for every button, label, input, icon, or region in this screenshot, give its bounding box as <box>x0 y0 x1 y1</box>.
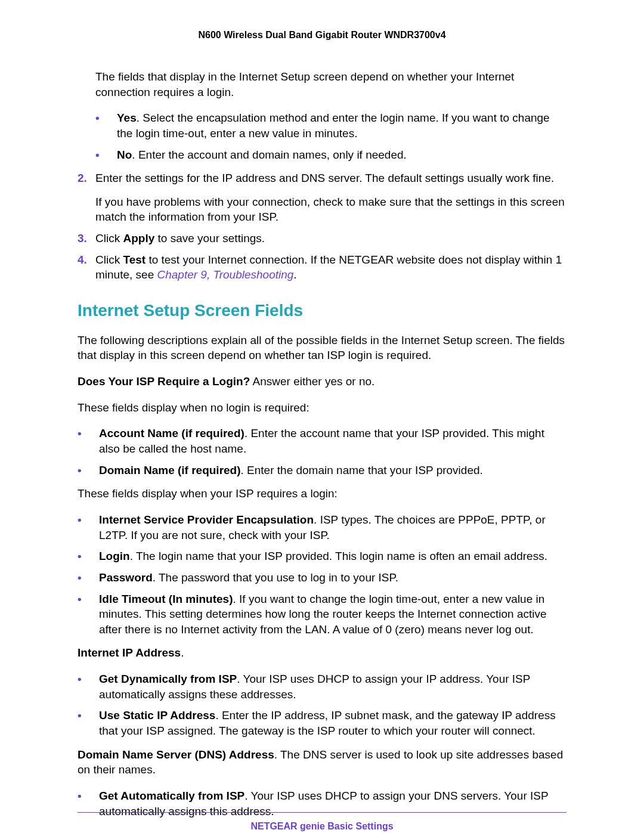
list-item-text: Password. The password that you use to l… <box>99 570 566 586</box>
step-3-post: to save your settings. <box>154 232 265 244</box>
list-item: • Internet Service Provider Encapsulatio… <box>78 512 566 543</box>
footer-title: NETGEAR genie Basic Settings <box>78 821 566 832</box>
bullet-icon: • <box>78 549 99 564</box>
list-item: • Use Static IP Address. Enter the IP ad… <box>78 708 566 738</box>
list-item: • Account Name (if required). Enter the … <box>78 426 566 456</box>
list-item-text: Account Name (if required). Enter the ac… <box>99 426 566 456</box>
password-bold: Password <box>99 571 153 584</box>
bullet-icon: • <box>78 463 99 478</box>
static-bold: Use Static IP Address <box>99 709 215 721</box>
list-item-text: Use Static IP Address. Enter the IP addr… <box>99 708 566 738</box>
account-name-bold: Account Name (if required) <box>99 427 244 439</box>
yes-label: Yes <box>117 112 137 124</box>
step-2-sub: If you have problems with your connectio… <box>95 194 566 225</box>
bullet-icon: • <box>78 426 99 456</box>
no-label: No <box>117 148 132 161</box>
body: The fields that display in the Internet … <box>78 69 566 819</box>
dns-auto-bold: Get Automatically from ISP <box>99 789 244 802</box>
isp-login-text: Answer either yes or no. <box>250 375 374 388</box>
password-text: . The password that you use to log in to… <box>153 571 398 584</box>
ip-heading: Internet IP Address. <box>78 645 566 661</box>
ip-heading-bold: Internet IP Address <box>78 646 181 659</box>
login-intro: These fields display when your ISP requi… <box>78 486 566 501</box>
ip-list: • Get Dynamically from ISP. Your ISP use… <box>78 671 566 739</box>
bullet-icon: • <box>95 110 117 141</box>
no-text: . Enter the account and domain names, on… <box>132 148 407 161</box>
bullet-icon: • <box>78 788 99 819</box>
list-item-text: Domain Name (if required). Enter the dom… <box>99 463 566 478</box>
document-page: N600 Wireless Dual Band Gigabit Router W… <box>0 0 644 833</box>
list-item: • Get Dynamically from ISP. Your ISP use… <box>78 671 566 702</box>
step-3-pre: Click <box>95 232 123 244</box>
bullet-icon: • <box>95 147 117 163</box>
bullet-icon: • <box>78 708 99 738</box>
section-intro: The following descriptions explain all o… <box>78 333 566 363</box>
list-item: • No. Enter the account and domain names… <box>95 147 566 163</box>
step-2: 2. Enter the settings for the IP address… <box>78 171 566 225</box>
step-number: 3. <box>78 231 95 246</box>
step-number: 2. <box>78 171 95 225</box>
list-item-text: Internet Service Provider Encapsulation.… <box>99 512 566 543</box>
page-header: N600 Wireless Dual Band Gigabit Router W… <box>78 30 566 41</box>
no-login-intro: These fields display when no login is re… <box>78 400 566 416</box>
bullet-icon: • <box>78 512 99 543</box>
bullet-icon: • <box>78 570 99 586</box>
section-heading: Internet Setup Screen Fields <box>78 299 566 322</box>
dns-list: • Get Automatically from ISP. Your ISP u… <box>78 788 566 819</box>
page-footer: NETGEAR genie Basic Settings 23 <box>78 821 566 833</box>
list-item-text: Login. The login name that your ISP prov… <box>99 549 566 564</box>
step-3: 3. Click Apply to save your settings. <box>78 231 566 246</box>
step-number: 4. <box>78 252 95 283</box>
domain-name-bold: Domain Name (if required) <box>99 464 241 476</box>
yes-text: . Select the encapsulation method and en… <box>117 112 550 140</box>
bullet-icon: • <box>78 671 99 702</box>
list-item-text: Idle Timeout (In minutes). If you want t… <box>99 592 566 637</box>
step-body: Click Apply to save your settings. <box>95 231 566 246</box>
domain-name-text: . Enter the domain name that your ISP pr… <box>241 464 483 476</box>
idle-bold: Idle Timeout (In minutes) <box>99 593 233 605</box>
bullet-icon: • <box>78 592 99 637</box>
list-item: • Yes. Select the encapsulation method a… <box>95 110 566 141</box>
step-3-bold: Apply <box>123 232 154 244</box>
step-4-post: . <box>293 268 296 281</box>
login-bold: Login <box>99 550 130 562</box>
list-item-text: Yes. Select the encapsulation method and… <box>117 110 566 141</box>
no-login-list: • Account Name (if required). Enter the … <box>78 426 566 478</box>
dns-heading-bold: Domain Name Server (DNS) Address <box>78 748 274 761</box>
troubleshooting-link[interactable]: Chapter 9, Troubleshooting <box>157 268 294 281</box>
ip-heading-post: . <box>181 646 184 659</box>
list-item-text: No. Enter the account and domain names, … <box>117 147 566 163</box>
intro-paragraph: The fields that display in the Internet … <box>95 69 566 100</box>
isp-login-bold: Does Your ISP Require a Login? <box>78 375 250 388</box>
dyn-bold: Get Dynamically from ISP <box>99 673 237 685</box>
step-body: Enter the settings for the IP address an… <box>95 171 566 225</box>
yes-no-list: • Yes. Select the encapsulation method a… <box>95 110 566 162</box>
dns-heading: Domain Name Server (DNS) Address. The DN… <box>78 747 566 778</box>
list-item-text: Get Dynamically from ISP. Your ISP uses … <box>99 671 566 702</box>
isp-login-question: Does Your ISP Require a Login? Answer ei… <box>78 374 566 389</box>
step-4: 4. Click Test to test your Internet conn… <box>78 252 566 283</box>
list-item-text: Get Automatically from ISP. Your ISP use… <box>99 788 566 819</box>
list-item: • Login. The login name that your ISP pr… <box>78 549 566 564</box>
step-4-bold: Test <box>123 253 145 266</box>
list-item: • Idle Timeout (In minutes). If you want… <box>78 592 566 637</box>
login-list: • Internet Service Provider Encapsulatio… <box>78 512 566 637</box>
step-2-text: Enter the settings for the IP address an… <box>95 172 554 184</box>
list-item: • Domain Name (if required). Enter the d… <box>78 463 566 478</box>
step-body: Click Test to test your Internet connect… <box>95 252 566 283</box>
step-4-pre: Click <box>95 253 123 266</box>
footer-rule <box>78 812 566 813</box>
encap-bold: Internet Service Provider Encapsulation <box>99 513 314 526</box>
login-text: . The login name that your ISP provided.… <box>130 550 547 562</box>
list-item: • Get Automatically from ISP. Your ISP u… <box>78 788 566 819</box>
list-item: • Password. The password that you use to… <box>78 570 566 586</box>
